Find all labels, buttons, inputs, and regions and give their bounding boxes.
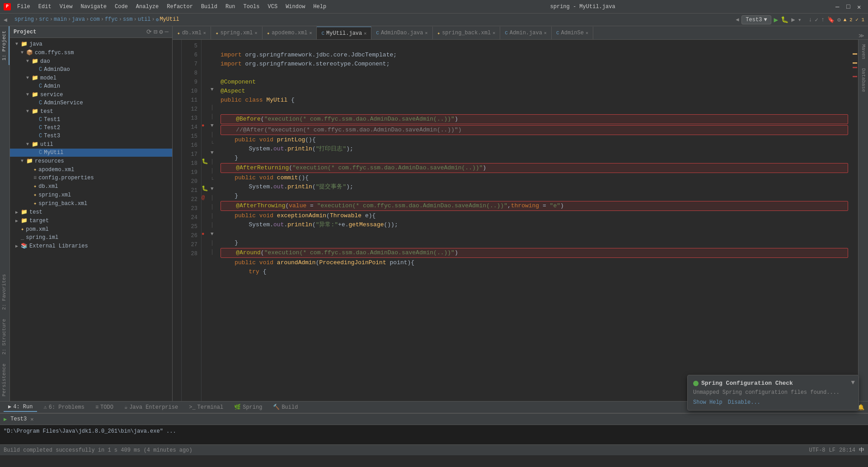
menu-code[interactable]: Code [111,3,131,11]
tab-spring-xml[interactable]: ✦ spring.xml ✕ [211,27,263,39]
menu-help[interactable]: Help [310,3,330,11]
menu-refactor[interactable]: Refactor [163,3,197,11]
nav-arrow-icon[interactable]: ◀ [736,16,739,23]
spring-tab[interactable]: 🌿 Spring [230,403,267,411]
tree-item-test3[interactable]: C Test3 [10,132,172,140]
close-button[interactable]: ✕ [857,3,864,10]
breadcrumb-main[interactable]: main [54,16,67,23]
tree-item-spring-xml[interactable]: ✦ spring.xml [10,191,172,199]
hide-panel-icon[interactable]: — [165,28,169,36]
breadcrumb-ffyc[interactable]: ffyc [105,16,118,23]
structure-tab[interactable]: 2: Structure [0,314,9,359]
tree-item-java[interactable]: ▼ 📁 java [10,40,172,48]
show-help-link[interactable]: Show Help [693,399,723,406]
more-actions-button[interactable]: ▾ [798,16,802,23]
menu-edit[interactable]: Edit [35,3,55,11]
tree-item-spring-back-xml[interactable]: ✦ spring_back.xml [10,199,172,208]
tab-admin-java[interactable]: C Admin.java ✕ [500,27,552,39]
tree-item-admindao[interactable]: C AdminDao [10,65,172,74]
tab-admindao-java[interactable]: C AdminDao.java ✕ [371,27,432,39]
tab-close-icon[interactable]: ✕ [309,30,312,36]
tree-item-apodemo-xml[interactable]: ✦ apodemo.xml [10,165,172,174]
run-close-icon[interactable]: ✕ [30,416,33,423]
disable-link[interactable]: Disable... [728,399,760,406]
breadcrumb-src[interactable]: src [39,16,49,23]
tab-overflow-icon[interactable]: ≫ [855,33,868,39]
vcs-commit-icon[interactable]: ✓ [815,16,818,23]
notification-expand-icon[interactable]: ▼ [851,379,855,386]
tab-adminse[interactable]: C AdminSe ✕ [552,27,593,39]
run-with-coverage-button[interactable]: ▶ [791,16,795,23]
terminal-tab[interactable]: >_ Terminal [184,403,228,411]
tree-item-admin[interactable]: C Admin [10,82,172,90]
debug-button[interactable]: 🐛 [781,16,788,23]
run-config-selector[interactable]: Test3 ▼ [741,15,771,24]
tree-item-spring-iml[interactable]: _ spring.iml [10,234,172,242]
line-separator-indicator[interactable]: LF [829,447,835,453]
tree-item-com-ffyc-ssm[interactable]: ▼ 📦 com.ffyc.ssm [10,48,172,57]
tree-item-service[interactable]: ▼ 📁 service [10,90,172,99]
run-config-dropdown-icon[interactable]: ▼ [764,17,767,23]
tree-item-test-root[interactable]: ▶ 📁 test [10,208,172,216]
menu-build[interactable]: Build [197,3,221,11]
tab-close-icon[interactable]: ✕ [255,30,258,36]
menu-tools[interactable]: Tools [240,3,263,11]
tree-item-test1[interactable]: C Test1 [10,116,172,124]
warnings-indicator[interactable]: ▲ 2 ✓ 1 [844,17,864,23]
breadcrumb-ssm[interactable]: ssm [123,16,133,23]
breadcrumb-util[interactable]: util [138,16,151,23]
menu-navigate[interactable]: Navigate [77,3,110,11]
menu-analyze[interactable]: Analyze [132,3,162,11]
project-tab[interactable]: 1: Project [0,26,9,65]
java-enterprise-tab[interactable]: ☕ Java Enterprise [120,403,183,411]
tree-item-util[interactable]: ▼ 📁 util [10,140,172,149]
persistence-tab[interactable]: Persistence [0,359,9,401]
run-button[interactable]: ▶ [774,15,779,24]
breadcrumb-spring[interactable]: spring [14,16,34,23]
tab-myutil-java[interactable]: C MyUtil.java ✕ [317,27,371,39]
code-content[interactable]: import org.springframework.jdbc.core.Jdb… [217,40,852,401]
problems-tab[interactable]: ⚠ 6: Problems [39,403,89,411]
tab-close-icon[interactable]: ✕ [544,30,547,36]
menu-window[interactable]: Window [282,3,309,11]
tab-close-icon[interactable]: ✕ [586,30,588,36]
tab-spring-back-xml[interactable]: ✦ spring_back.xml ✕ [433,27,501,39]
tab-close-icon[interactable]: ✕ [364,31,366,36]
menu-file[interactable]: File [14,3,34,11]
tree-item-adminservice[interactable]: C AdminService [10,99,172,107]
tree-item-test[interactable]: ▼ 📁 test [10,107,172,116]
collapse-all-icon[interactable]: ⊟ [154,28,157,36]
tab-db-xml[interactable]: ✦ db.xml ✕ [173,27,211,39]
tab-close-icon[interactable]: ✕ [493,30,495,36]
breadcrumb-com[interactable]: com [90,16,100,23]
favorites-tab[interactable]: 2: Favorites [0,270,9,314]
sync-icon[interactable]: ⟳ [146,28,152,36]
menu-run[interactable]: Run [222,3,239,11]
run-tab[interactable]: ▶ 4: Run [4,402,37,412]
tab-apodemo-xml[interactable]: ✦ apodemo.xml ✕ [263,27,317,39]
tree-item-pom[interactable]: ✦ pom.xml [10,225,172,234]
tree-item-config[interactable]: ≡ config.properties [10,174,172,182]
tree-item-db-xml[interactable]: ✦ db.xml [10,182,172,191]
build-tab[interactable]: 🔨 Build [268,403,302,411]
tab-close-icon[interactable]: ✕ [425,30,428,36]
todo-tab[interactable]: ≡ TODO [91,403,118,411]
nav-back-icon[interactable]: ◀ [4,16,7,23]
menu-vcs[interactable]: VCS [264,3,282,11]
tree-item-model[interactable]: ▼ 📁 model [10,74,172,82]
vcs-update-icon[interactable]: ↓ [808,16,812,23]
tree-item-target[interactable]: ▶ 📁 target [10,216,172,225]
tree-item-test2[interactable]: C Test2 [10,124,172,132]
tree-item-resources[interactable]: ▼ 📁 resources [10,157,172,165]
menu-view[interactable]: View [56,3,76,11]
maven-tab[interactable]: Maven [859,40,868,64]
tab-close-icon[interactable]: ✕ [203,30,206,36]
encoding-indicator[interactable]: UTF-8 [809,447,826,453]
database-tab[interactable]: Database [859,64,868,97]
bookmark-icon[interactable]: 🔖 [827,16,835,23]
gear-icon[interactable]: ⚙ [159,28,163,36]
tree-item-dao[interactable]: ▼ 📁 dao [10,57,172,65]
minimize-button[interactable]: — [835,3,843,10]
tree-item-external-libs[interactable]: ▶ 📚 External Libraries [10,242,172,250]
breadcrumb-myutil[interactable]: MyUtil [160,16,179,23]
